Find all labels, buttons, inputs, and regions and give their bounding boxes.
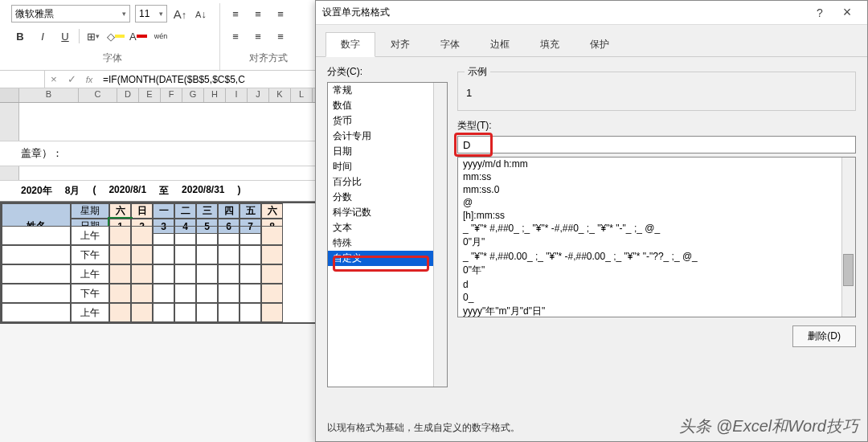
name-cell[interactable] [2, 226, 71, 245]
delete-button[interactable]: 删除(D) [792, 325, 856, 347]
tab-font[interactable]: 字体 [425, 31, 475, 56]
borders-button[interactable]: ⊞▾ [84, 27, 102, 45]
weekday-cell: 日 [131, 203, 153, 219]
list-item[interactable]: 特殊 [328, 235, 447, 251]
col-header[interactable]: L [291, 88, 313, 102]
format-cells-dialog: 设置单元格格式 ? × 数字 对齐 字体 边框 填充 保护 分类(C): 常规 … [315, 0, 868, 442]
select-all-corner[interactable] [0, 88, 19, 102]
align-right-button[interactable]: ≡ [272, 27, 289, 45]
fx-button[interactable]: fx [80, 71, 98, 88]
list-item[interactable]: yyyy/m/d h:mm [458, 158, 855, 170]
list-item[interactable]: mm:ss.0 [458, 183, 855, 196]
col-header[interactable]: F [161, 88, 182, 102]
list-item[interactable]: 文本 [328, 220, 447, 235]
week-label: 星期 [71, 203, 109, 219]
underline-button[interactable]: U [56, 27, 74, 45]
list-item[interactable]: 货币 [328, 113, 447, 129]
fill-color-button[interactable]: ◇ [107, 27, 125, 45]
list-item[interactable]: mm:ss [458, 170, 855, 183]
tab-number[interactable]: 数字 [326, 32, 375, 57]
col-header[interactable]: C [79, 88, 117, 102]
list-item[interactable]: 常规 [328, 83, 447, 98]
col-header[interactable]: I [226, 88, 248, 102]
scrollbar-thumb[interactable] [843, 254, 854, 286]
list-item[interactable]: 0"年" [458, 263, 855, 278]
bold-button[interactable]: B [11, 27, 29, 45]
list-item[interactable]: 会计专用 [328, 129, 447, 144]
ribbon-group-label-align: 对齐方式 [227, 48, 309, 70]
align-left-button[interactable]: ≡ [227, 27, 244, 45]
italic-button[interactable]: I [34, 27, 51, 45]
list-item[interactable]: d [458, 278, 855, 291]
category-list[interactable]: 常规 数值 货币 会计专用 日期 时间 百分比 分数 科学记数 文本 特殊 自定… [327, 82, 448, 387]
weekday-cell: 四 [218, 203, 240, 219]
list-item[interactable]: 0"月" [458, 235, 855, 250]
col-header[interactable]: H [204, 88, 226, 102]
chevron-down-icon: ▾ [122, 10, 126, 18]
weekday-cell: 五 [240, 203, 261, 219]
list-item[interactable]: [h]:mm:ss [458, 209, 855, 222]
align-middle-button[interactable]: ≡ [249, 5, 267, 23]
formula-confirm-button[interactable]: ✓ [63, 71, 80, 88]
font-size-value: 11 [139, 8, 149, 19]
list-item[interactable]: _ "¥"* #,##0.00_ ;_ "¥"* -#,##0.00_ ;_ "… [458, 250, 855, 263]
shrink-font-button[interactable]: A↓ [193, 5, 209, 23]
list-item[interactable]: 0_ [458, 291, 855, 304]
col-header[interactable]: J [248, 88, 269, 102]
col-header[interactable]: D [117, 88, 139, 102]
weekday-cell: 三 [196, 203, 218, 219]
scrollbar[interactable] [841, 158, 855, 317]
list-item[interactable]: 科学记数 [328, 205, 447, 220]
align-top-button[interactable]: ≡ [227, 5, 244, 23]
list-item[interactable]: 日期 [328, 144, 447, 159]
list-item[interactable]: 数值 [328, 98, 447, 113]
col-header[interactable]: E [139, 88, 161, 102]
phonetic-button[interactable]: wén [152, 27, 170, 45]
example-value: 1 [465, 84, 849, 102]
dialog-title: 设置单元格格式 [322, 6, 806, 19]
period-label: 下午 [71, 245, 109, 264]
col-header[interactable]: B [19, 88, 79, 102]
weekday-cell: 六 [261, 203, 283, 219]
scrollbar[interactable] [433, 83, 447, 387]
align-bottom-button[interactable]: ≡ [272, 5, 289, 23]
weekday-cell: 二 [174, 203, 196, 219]
formula-cancel-button[interactable]: × [45, 71, 63, 88]
dialog-titlebar[interactable]: 设置单元格格式 ? × [316, 1, 867, 25]
category-label: 分类(C): [327, 65, 448, 79]
ribbon-group-label-font: 字体 [11, 48, 213, 70]
col-header[interactable]: K [269, 88, 291, 102]
period-label: 上午 [71, 264, 109, 284]
period-label: 下午 [71, 284, 109, 303]
list-item[interactable]: 分数 [328, 190, 447, 205]
list-item[interactable]: 时间 [328, 159, 447, 174]
list-item[interactable]: yyyy"年"m"月"d"日" [458, 304, 855, 317]
example-label: 示例 [465, 65, 490, 79]
list-item-selected[interactable]: 自定义 [328, 251, 447, 266]
tab-protection[interactable]: 保护 [575, 31, 624, 56]
example-box: 示例 1 [457, 65, 856, 111]
weekday-cell: 六 [109, 203, 131, 219]
type-input[interactable] [457, 136, 856, 153]
font-size-select[interactable]: 11 ▾ [135, 5, 167, 23]
list-item[interactable]: @ [458, 196, 855, 209]
help-button[interactable]: ? [806, 3, 833, 23]
list-item[interactable]: 百分比 [328, 174, 447, 190]
tab-alignment[interactable]: 对齐 [375, 31, 425, 56]
tab-border[interactable]: 边框 [475, 31, 525, 56]
name-box[interactable] [0, 71, 45, 88]
dialog-tabs: 数字 对齐 字体 边框 填充 保护 [316, 25, 867, 57]
chevron-down-icon: ▾ [159, 10, 163, 18]
grow-font-button[interactable]: A↑ [172, 5, 188, 23]
list-item[interactable]: _ "¥"* #,##0_ ;_ "¥"* -#,##0_ ;_ "¥"* "-… [458, 222, 855, 235]
format-list[interactable]: yyyy/m/d h:mm mm:ss mm:ss.0 @ [h]:mm:ss … [457, 157, 856, 317]
font-color-button[interactable]: A [129, 27, 147, 45]
align-center-button[interactable]: ≡ [249, 27, 267, 45]
period-label: 上午 [71, 226, 109, 245]
type-label: 类型(T): [457, 119, 856, 133]
col-header[interactable]: G [182, 88, 204, 102]
period-label: 上午 [71, 303, 109, 322]
font-name-select[interactable]: 微软雅黑 ▾ [11, 5, 130, 23]
close-button[interactable]: × [833, 3, 861, 23]
tab-fill[interactable]: 填充 [525, 31, 575, 56]
